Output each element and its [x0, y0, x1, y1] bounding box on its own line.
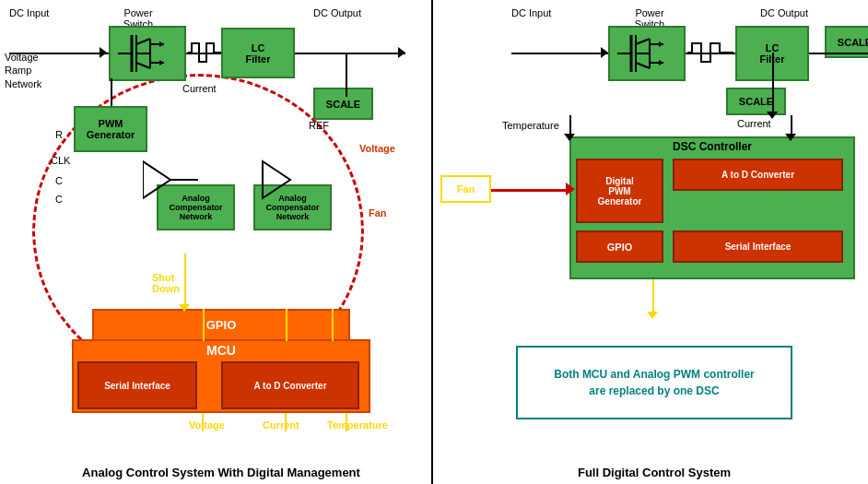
l-c2-label: C: [55, 194, 63, 205]
l-yellow-down3: [346, 413, 347, 431]
right-panel: DC Input PowerSwitch DC Output LCFilter …: [433, 0, 868, 484]
r-gpio: GPIO: [576, 230, 663, 263]
l-arrow-lc-to-output: [295, 53, 405, 54]
r-atod: A to D Converter: [673, 159, 843, 191]
r-current-label: Current: [737, 118, 771, 129]
l-scale: SCALE: [313, 88, 373, 120]
l-yellow-down2: [285, 413, 287, 431]
l-arrowhead-1: [100, 47, 107, 58]
l-current-bottom: Current: [263, 419, 299, 431]
r-arrow-dc-to-switch: [511, 53, 608, 54]
svg-marker-12: [143, 161, 170, 198]
l-yellow-v1: [203, 309, 205, 341]
r-power-switch-block: [608, 26, 686, 81]
r-temperature-label: Temperature: [502, 120, 559, 131]
l-fan-label: Fan: [369, 207, 387, 218]
svg-marker-14: [263, 161, 290, 198]
r-arrowhead-current: [785, 134, 796, 141]
l-ref-label: REF: [309, 120, 329, 131]
r-digital-pwm: DigitalPWMGenerator: [576, 159, 663, 223]
l-pwm-gen: PWMGenerator: [74, 106, 147, 152]
l-power-switch-block: [109, 26, 186, 81]
r-arrowhead-1: [601, 47, 608, 58]
r-note-box: Both MCU and Analog PWM controllerare re…: [516, 346, 792, 419]
l-voltage-ramp-label: VoltageRampNetwork: [5, 51, 41, 90]
l-dc-output-label: DC Output: [313, 7, 361, 18]
l-vline-scale2: [346, 89, 347, 97]
l-vline-pwm-up: [111, 78, 112, 106]
r-dc-output-label: DC Output: [760, 7, 808, 18]
r-fan-box: Fan: [440, 175, 491, 203]
l-shutdown-label: ShutDown: [152, 272, 180, 294]
r-vline-scale: [772, 53, 774, 117]
r-arrowhead-temp: [564, 134, 575, 141]
r-yellow-down: [652, 279, 654, 316]
l-r-label: R: [55, 129, 63, 140]
l-caption: Analog Control System With Digital Manag…: [28, 466, 415, 479]
r-dsc-label: DSC Controller: [673, 140, 752, 153]
l-clk-label: CLK: [51, 155, 70, 166]
l-voltage-bottom: Voltage: [189, 419, 225, 431]
r-dc-input-label: DC Input: [511, 7, 551, 18]
l-waveform-left: [188, 40, 221, 65]
l-shutdown-arrowhead: [179, 304, 190, 312]
l-arrowhead-2: [398, 47, 405, 58]
r-arrow-wave-lc: [686, 53, 735, 54]
r-red-arrow: [491, 189, 572, 192]
r-dsc-outer: DSC Controller DigitalPWMGenerator A to …: [569, 136, 855, 279]
l-lc-filter: LCFilter: [221, 28, 295, 78]
l-atod: A to D Converter: [221, 361, 359, 409]
r-arrow-lc-to-output: [809, 53, 868, 54]
main-container: DC Input PowerSwitch DC Output VoltageRa…: [0, 0, 868, 484]
r-red-arrowhead: [566, 183, 575, 195]
l-serial: Serial Interface: [77, 361, 197, 409]
left-panel: DC Input PowerSwitch DC Output VoltageRa…: [0, 0, 433, 484]
r-serial: Serial Interface: [673, 230, 843, 263]
l-c1-label: C: [55, 175, 63, 186]
l-temperature-bottom: Temperature: [327, 419, 388, 431]
r-caption: Full Digital Control System: [470, 466, 839, 479]
l-yellow-down1: [202, 413, 204, 431]
l-mcu-title: MCU: [206, 343, 236, 358]
l-shutdown-arrow: [184, 254, 186, 309]
r-yellow-arrowhead: [647, 312, 658, 319]
l-dc-input-label: DC Input: [9, 7, 49, 18]
l-yellow-v3: [332, 309, 334, 341]
l-current-label: Current: [182, 83, 217, 94]
l-gpio: GPIO: [92, 309, 350, 341]
l-voltage-label: Voltage: [359, 143, 395, 154]
l-vline-scale: [346, 53, 347, 89]
l-arrow-dc-to-switch: [9, 53, 109, 54]
l-yellow-v2: [286, 309, 287, 341]
r-arrowhead-scale: [767, 112, 778, 119]
l-mcu-container: MCU Serial Interface A to D Converter: [72, 339, 370, 413]
l-comparator-triangles: [143, 152, 355, 235]
